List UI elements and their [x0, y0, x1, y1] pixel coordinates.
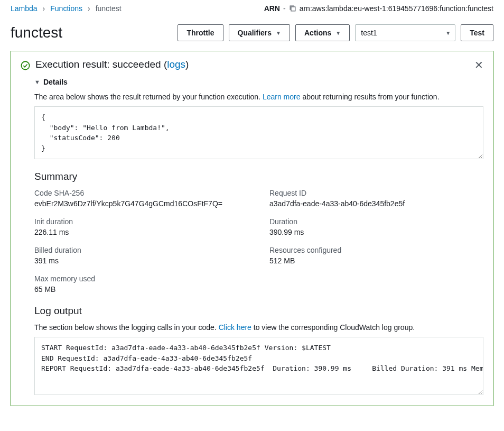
svg-point-1 — [21, 61, 29, 69]
arn-value: arn:aws:lambda:eu-west-1:619455771696:fu… — [300, 4, 493, 13]
cloudwatch-link[interactable]: Click here — [219, 323, 251, 332]
summary-grid: Code SHA-256 evbEr2M3w6Dz7lf/Ykcp5k7G47G… — [34, 189, 483, 294]
kv-key: Code SHA-256 — [34, 189, 248, 197]
summary-init-duration: Init duration 226.11 ms — [34, 217, 248, 236]
log-heading: Log output — [34, 305, 483, 317]
header-actions: Throttle Qualifiers ▼ Actions ▼ test1 ▼ … — [178, 24, 493, 41]
breadcrumb: Lambda › Functions › functest — [11, 4, 122, 13]
kv-key: Init duration — [34, 217, 248, 226]
arn-display: ARN - arn:aws:lambda:eu-west-1:619455771… — [264, 4, 493, 13]
svg-rect-0 — [291, 7, 295, 11]
top-bar: Lambda › Functions › functest ARN - arn:… — [11, 4, 493, 13]
test-event-value: test1 — [361, 29, 377, 37]
kv-key: Duration — [269, 217, 483, 226]
caret-down-icon: ▼ — [276, 30, 281, 36]
details-toggle[interactable]: ▼ Details — [34, 78, 68, 86]
log-description: The section below shows the logging call… — [34, 323, 483, 332]
kv-value: 391 ms — [34, 256, 248, 265]
result-title-suffix: ) — [185, 59, 189, 70]
log-output-box[interactable]: START RequestId: a3ad7dfa-eade-4a33-ab40… — [34, 337, 483, 395]
copy-icon[interactable] — [289, 5, 296, 12]
result-title: Execution result: succeeded (logs) — [35, 59, 189, 70]
result-description: The area below shows the result returned… — [34, 93, 483, 101]
breadcrumb-current: functest — [96, 4, 122, 13]
breadcrumb-functions[interactable]: Functions — [50, 4, 82, 13]
close-icon[interactable]: ✕ — [474, 60, 483, 70]
summary-heading: Summary — [34, 171, 483, 182]
throttle-button[interactable]: Throttle — [178, 24, 223, 41]
test-button[interactable]: Test — [461, 24, 493, 41]
success-check-icon — [21, 61, 30, 70]
kv-value: 65 MB — [34, 285, 248, 294]
result-title-text: Execution result: succeeded ( — [35, 59, 167, 70]
execution-result-panel: Execution result: succeeded (logs) ✕ ▼ D… — [11, 51, 493, 406]
learn-more-link[interactable]: Learn more — [263, 93, 301, 101]
kv-value: evbEr2M3w6Dz7lf/Ykcp5k7G47G4gGCmd16COsFt… — [34, 199, 248, 208]
test-button-label: Test — [470, 29, 484, 37]
actions-dropdown[interactable]: Actions ▼ — [295, 24, 350, 41]
arn-dash: - — [283, 4, 286, 13]
caret-down-icon: ▼ — [335, 30, 341, 36]
kv-value: a3ad7dfa-eade-4a33-ab40-6de345fb2e5f — [269, 199, 483, 208]
summary-max-memory: Max memory used 65 MB — [34, 274, 248, 294]
breadcrumb-lambda[interactable]: Lambda — [11, 4, 38, 13]
test-event-select[interactable]: test1 ▼ — [355, 24, 455, 41]
chevron-right-icon: › — [43, 4, 45, 13]
kv-value: 390.99 ms — [269, 228, 483, 236]
summary-resources-configured: Resources configured 512 MB — [269, 246, 483, 265]
qualifiers-dropdown[interactable]: Qualifiers ▼ — [229, 24, 291, 41]
throttle-label: Throttle — [186, 29, 214, 37]
page-header: functest Throttle Qualifiers ▼ Actions ▼… — [11, 24, 493, 41]
summary-billed-duration: Billed duration 391 ms — [34, 246, 248, 265]
caret-down-icon: ▼ — [445, 30, 451, 36]
kv-value: 512 MB — [269, 256, 483, 265]
actions-label: Actions — [304, 29, 331, 37]
arn-label: ARN — [264, 4, 280, 13]
kv-key: Resources configured — [269, 246, 483, 254]
kv-value: 226.11 ms — [34, 228, 248, 236]
desc-post: about returning results from your functi… — [301, 93, 440, 101]
summary-duration: Duration 390.99 ms — [269, 217, 483, 236]
chevron-right-icon: › — [88, 4, 90, 13]
log-desc-post: to view the corresponding CloudWatch log… — [251, 323, 415, 332]
caret-down-icon: ▼ — [34, 79, 40, 85]
qualifiers-label: Qualifiers — [238, 29, 272, 37]
details-label: Details — [43, 78, 68, 86]
result-header: Execution result: succeeded (logs) ✕ — [21, 59, 483, 70]
log-desc-pre: The section below shows the logging call… — [34, 323, 219, 332]
page-title: functest — [11, 24, 62, 41]
logs-link[interactable]: logs — [167, 59, 185, 70]
kv-key: Billed duration — [34, 246, 248, 254]
summary-request-id: Request ID a3ad7dfa-eade-4a33-ab40-6de34… — [269, 189, 483, 208]
details-content: The area below shows the result returned… — [34, 93, 483, 395]
kv-key: Request ID — [269, 189, 483, 197]
result-json-output[interactable]: { "body": "Hello from Lambda!", "statusC… — [34, 106, 483, 159]
kv-key: Max memory used — [34, 274, 248, 283]
desc-pre: The area below shows the result returned… — [34, 93, 263, 101]
summary-code-sha256: Code SHA-256 evbEr2M3w6Dz7lf/Ykcp5k7G47G… — [34, 189, 248, 208]
